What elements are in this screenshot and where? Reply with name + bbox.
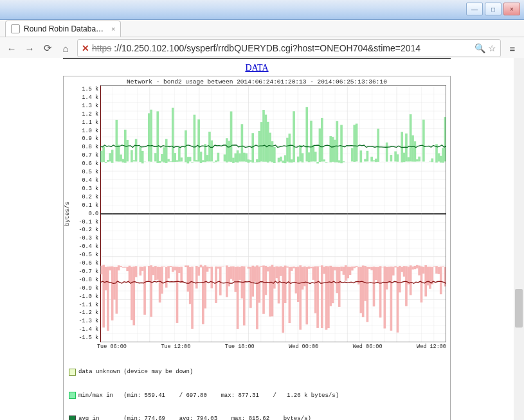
svg-rect-268 [323,267,325,274]
svg-rect-374 [438,267,440,274]
svg-rect-181 [230,111,233,161]
scrollbar-thumb[interactable] [515,289,523,328]
svg-rect-329 [390,155,393,161]
svg-rect-360 [422,267,425,274]
svg-rect-348 [410,265,412,295]
svg-rect-295 [353,125,356,161]
svg-rect-267 [323,159,325,161]
svg-rect-216 [267,267,269,272]
svg-rect-68 [107,267,109,331]
svg-rect-375 [440,156,442,162]
bookmark-star-icon[interactable]: ☆ [488,43,496,53]
svg-rect-377 [442,148,444,162]
svg-rect-210 [260,266,263,267]
svg-rect-130 [174,267,176,270]
ssl-warning-icon: ✕ [82,43,89,53]
svg-rect-129 [174,153,176,162]
svg-rect-248 [302,267,304,290]
legend-swatch-unknown [69,369,76,376]
legend-avg-in: avg in (min: 774.69 avg: 794.03 max: 815… [78,415,311,420]
svg-rect-234 [286,267,289,268]
svg-rect-158 [204,265,206,308]
legend-unknown: data unknown (device may be down) [78,368,193,376]
browser-tab[interactable]: Round Robin Database Qu × [5,21,121,37]
svg-rect-294 [351,267,354,270]
svg-rect-150 [195,266,198,288]
svg-rect-133 [178,148,181,162]
svg-rect-269 [325,162,328,163]
svg-rect-365 [429,161,431,162]
home-button[interactable]: ⌂ [59,42,72,55]
svg-rect-349 [411,136,414,162]
vertical-scrollbar[interactable] [513,58,524,420]
menu-button[interactable]: ≡ [506,42,519,55]
y-axis-ticks: 1.5 k1.4 k1.3 k1.2 k1.1 k1.0 k0.9 k0.8 k… [73,85,100,342]
url-scheme: https [92,43,111,53]
svg-rect-362 [424,265,427,296]
minimize-button[interactable]: — [466,3,483,15]
svg-rect-185 [234,153,237,162]
svg-rect-342 [403,266,406,276]
svg-rect-305 [364,159,366,162]
svg-rect-275 [332,137,334,162]
tab-close-icon[interactable]: × [111,25,115,33]
svg-rect-220 [271,265,274,316]
svg-rect-144 [189,267,192,304]
svg-rect-204 [254,267,257,282]
svg-rect-233 [286,138,289,162]
svg-rect-107 [150,110,152,162]
svg-rect-206 [256,265,258,329]
svg-rect-179 [228,141,230,161]
svg-rect-359 [422,119,425,161]
svg-rect-257 [312,145,315,162]
close-button[interactable]: × [503,3,520,15]
svg-rect-336 [397,267,399,333]
svg-rect-325 [386,143,388,162]
data-link[interactable]: DATA [245,63,268,73]
chart-plot-area [100,85,446,342]
search-icon[interactable]: 🔍 [474,43,485,53]
svg-rect-184 [232,267,235,281]
svg-rect-322 [381,267,384,268]
svg-rect-167 [215,161,217,162]
svg-rect-340 [401,267,403,272]
browser-navbar: ← → ⟳ ⌂ ✕ https ://10.250.102.100/sysper… [0,37,524,60]
svg-rect-256 [310,267,312,268]
svg-rect-162 [208,267,211,268]
svg-rect-145 [191,162,194,163]
svg-rect-188 [237,267,239,329]
svg-rect-308 [366,267,369,322]
svg-rect-168 [215,267,217,303]
svg-rect-199 [249,160,252,161]
svg-rect-335 [397,154,399,161]
svg-rect-324 [383,267,386,329]
svg-rect-108 [150,265,152,317]
svg-rect-152 [197,267,200,276]
svg-rect-174 [221,267,224,267]
svg-rect-197 [248,159,250,162]
window-controls: — □ × [466,3,520,15]
svg-rect-140 [185,265,187,267]
svg-rect-64 [102,265,105,328]
svg-rect-112 [154,266,157,280]
svg-rect-72 [111,267,114,320]
svg-rect-118 [161,267,163,293]
svg-rect-218 [269,267,271,317]
svg-rect-92 [132,267,135,325]
svg-rect-217 [269,133,271,162]
reload-button[interactable]: ⟳ [41,42,54,55]
svg-rect-213 [265,115,267,162]
svg-rect-159 [206,155,209,161]
svg-rect-367 [431,159,433,162]
svg-rect-81 [122,159,125,162]
svg-rect-237 [291,159,293,162]
maximize-button[interactable]: □ [485,3,501,15]
svg-rect-102 [143,267,146,315]
forward-button[interactable]: → [23,42,36,55]
svg-rect-280 [336,267,339,293]
url-bar[interactable]: ✕ https ://10.250.102.100/sysperf/rrdbQU… [77,39,501,57]
svg-rect-258 [312,267,315,280]
svg-rect-194 [243,267,246,326]
svg-rect-147 [194,115,196,162]
back-button[interactable]: ← [5,42,18,55]
